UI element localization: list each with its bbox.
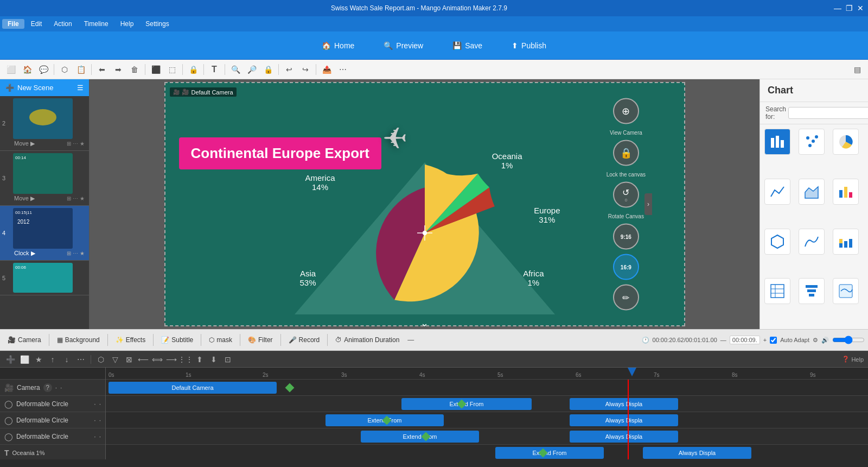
background-tool-btn[interactable]: ▦ Background: [53, 334, 104, 346]
tool-home[interactable]: 🏠: [20, 62, 35, 77]
tool-zoom-in[interactable]: 🔍: [228, 62, 243, 77]
tool-ungroup[interactable]: ⬚: [164, 62, 180, 77]
camera-dot2[interactable]: ·: [60, 384, 62, 392]
view-camera-btn[interactable]: ⊕: [613, 98, 639, 124]
camera-info-btn[interactable]: ?: [43, 383, 52, 392]
nav-home[interactable]: 🏠 Home: [315, 38, 361, 53]
nav-publish[interactable]: ⬆ Publish: [505, 38, 553, 53]
tl-add-btn[interactable]: ➕: [4, 354, 16, 365]
tl-filter-btn[interactable]: ▽: [109, 354, 121, 365]
volume-slider[interactable]: [832, 336, 865, 344]
subtitle-tool-btn[interactable]: 📝 Subtitle: [157, 334, 197, 346]
tool-more[interactable]: ⋯: [335, 62, 350, 77]
rotate-canvas-btn[interactable]: ↺ 0: [613, 182, 639, 208]
tool-copy[interactable]: ⬡: [57, 62, 72, 77]
canvas-bottom-arrow[interactable]: ⌄: [420, 317, 429, 329]
tl-align-bottom-btn[interactable]: ⬇: [208, 354, 220, 365]
edit-btn[interactable]: ✏: [613, 285, 639, 311]
nav-save[interactable]: 💾 Save: [446, 38, 489, 53]
chart-hexagon-icon[interactable]: [764, 229, 790, 255]
tl-copy-btn[interactable]: ⬜: [18, 354, 30, 365]
scene-item[interactable]: 2 Move ▶ ⊞ ⋯ ★: [0, 96, 89, 151]
search-input[interactable]: [788, 107, 868, 119]
settings-icon[interactable]: ⚙: [813, 337, 818, 344]
tl-align-right-btn[interactable]: ⟶: [165, 354, 177, 365]
ratio-916-btn[interactable]: 9:16: [613, 224, 639, 250]
filter-tool-btn[interactable]: 🎨 Filter: [244, 334, 277, 346]
tl-help[interactable]: ❓ Help: [842, 356, 864, 363]
tool-zoom-out[interactable]: 🔎: [244, 62, 259, 77]
tool-redo[interactable]: ↪: [298, 62, 313, 77]
chart-curve-icon[interactable]: [799, 229, 825, 255]
tool-export[interactable]: 📤: [319, 62, 334, 77]
oceania-extend-block[interactable]: Extend From: [495, 447, 604, 459]
scene-item-active[interactable]: 4 00:15|11 2012 Clock ▶ ⊞ ⋯ ★: [0, 206, 89, 261]
circle3-dot2[interactable]: ·: [99, 433, 101, 440]
camera-tool-btn[interactable]: 🎥 Camera: [3, 334, 46, 346]
circle3-dot1[interactable]: ·: [94, 433, 95, 440]
new-scene-button[interactable]: ➕ New Scene ☰: [0, 79, 89, 96]
tl-more-btn[interactable]: ⋯: [75, 354, 87, 365]
circle1-extend-block[interactable]: Extend From: [401, 398, 532, 410]
chart-map-icon[interactable]: [833, 278, 859, 304]
chart-area-icon[interactable]: [799, 179, 825, 205]
tl-cursor-btn[interactable]: ⬡: [95, 354, 107, 365]
menu-file[interactable]: File: [2, 19, 24, 29]
auto-adapt-checkbox[interactable]: [770, 337, 777, 344]
tool-comment[interactable]: 💬: [36, 62, 51, 77]
tool-right-panel[interactable]: ▤: [850, 62, 865, 77]
camera-dot1[interactable]: ·: [55, 384, 57, 392]
tool-align-right[interactable]: ➡: [111, 62, 126, 77]
minimize-button[interactable]: —: [834, 4, 841, 12]
circle2-always-block[interactable]: Always Displa: [570, 414, 678, 426]
chart-scatter-icon[interactable]: [799, 129, 825, 155]
tool-text[interactable]: T: [207, 62, 222, 77]
camera-diamond[interactable]: [285, 383, 295, 392]
chart-table-icon[interactable]: [764, 278, 790, 304]
tool-template[interactable]: ⬜: [3, 62, 18, 77]
chart-funnel-icon[interactable]: [799, 278, 825, 304]
tl-up-btn[interactable]: ↑: [47, 354, 59, 365]
tl-down-btn[interactable]: ↓: [61, 354, 73, 365]
tl-star-btn[interactable]: ★: [33, 354, 44, 365]
chart-bar-icon[interactable]: [764, 129, 790, 155]
tl-align-left-btn[interactable]: ⟵: [137, 354, 149, 365]
circle1-always-block[interactable]: Always Displa: [570, 398, 678, 410]
tl-align-center-btn[interactable]: ⟺: [151, 354, 163, 365]
chart-stacked-icon[interactable]: [833, 229, 859, 255]
tool-lock[interactable]: 🔒: [186, 62, 201, 77]
tool-delete[interactable]: 🗑: [127, 62, 142, 77]
ratio-169-btn[interactable]: 16:9: [613, 254, 639, 280]
menu-action[interactable]: Action: [48, 19, 77, 29]
circle2-dot2[interactable]: ·: [99, 416, 101, 424]
right-collapse-arrow[interactable]: ›: [644, 193, 652, 215]
chart-line-icon[interactable]: [764, 179, 790, 205]
scene-item[interactable]: 3 00:14 Move ▶ ⊞ ⋯ ★: [0, 151, 89, 206]
increment-btn[interactable]: +: [763, 337, 767, 343]
chart-column-icon[interactable]: [833, 179, 859, 205]
mask-tool-btn[interactable]: ⬡ mask: [205, 334, 237, 346]
tool-paste[interactable]: 📋: [73, 62, 88, 77]
circle3-always-block[interactable]: Always Displa: [570, 431, 678, 443]
tl-align-top-btn[interactable]: ⬆: [194, 354, 206, 365]
nav-preview[interactable]: 🔍 Preview: [377, 38, 430, 53]
chart-pie-icon[interactable]: [833, 129, 859, 155]
tool-undo[interactable]: ↩: [282, 62, 297, 77]
time-edit[interactable]: 00:00:09.: [730, 336, 760, 344]
tl-snap-btn[interactable]: ⊡: [222, 354, 234, 365]
oceania-always-block[interactable]: Always Displa: [643, 447, 751, 459]
tl-trim-btn[interactable]: ⊠: [123, 354, 135, 365]
circle-dot1[interactable]: ·: [94, 400, 95, 408]
menu-edit[interactable]: Edit: [25, 19, 48, 29]
menu-help[interactable]: Help: [115, 19, 139, 29]
animation-duration-btn[interactable]: ⏱ Animation Duration: [331, 334, 404, 346]
lock-canvas-btn[interactable]: 🔒: [613, 140, 639, 166]
minus-btn[interactable]: —: [405, 334, 417, 346]
restore-button[interactable]: ❐: [846, 4, 853, 12]
tl-distribute-btn[interactable]: ⋮⋮: [180, 354, 192, 365]
camera-block[interactable]: Default Camera: [108, 382, 277, 394]
menu-settings[interactable]: Settings: [140, 19, 174, 29]
circle-dot2[interactable]: ·: [99, 400, 101, 408]
record-tool-btn[interactable]: 🎤 Record: [284, 334, 324, 346]
circle2-dot1[interactable]: ·: [94, 416, 95, 424]
